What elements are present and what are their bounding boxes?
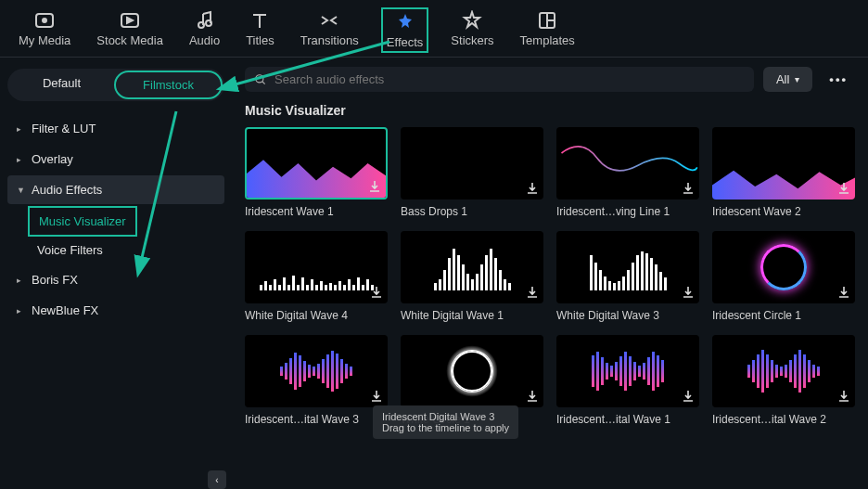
nav-templates[interactable]: Templates <box>517 7 579 53</box>
nav-effects[interactable]: Effects <box>381 7 429 53</box>
effect-name: White Digital Wave 3 <box>556 309 699 322</box>
effect-thumbnail[interactable] <box>712 127 855 199</box>
nav-label: Stickers <box>451 33 493 47</box>
effect-card[interactable]: Iridescent…ital Wave 1 <box>556 335 699 426</box>
search-icon <box>254 73 267 86</box>
effect-name: Iridescent…ving Line 1 <box>556 205 699 218</box>
effect-card[interactable]: Iridescent…ving Line 1 <box>556 127 699 218</box>
download-icon[interactable] <box>681 181 696 196</box>
transitions-icon <box>318 9 340 32</box>
effect-thumbnail[interactable] <box>712 231 855 303</box>
caret-right-icon: ▸ <box>17 276 24 285</box>
svg-line-9 <box>262 81 265 84</box>
category-label: Boris FX <box>32 273 78 287</box>
effect-thumbnail[interactable] <box>712 335 855 407</box>
titles-icon <box>249 9 271 32</box>
nav-label: My Media <box>19 33 70 47</box>
nav-audio[interactable]: Audio <box>185 7 223 53</box>
effect-card[interactable]: White Digital Wave 3 <box>556 231 699 322</box>
sidebar: Default Filmstock ▸Filter & LUT▸Overlay▼… <box>0 58 232 489</box>
svg-point-8 <box>256 74 263 82</box>
effect-thumbnail[interactable] <box>245 335 388 407</box>
effect-name: Iridescent Wave 1 <box>245 205 388 218</box>
effect-name: Iridescent…ital Wave 1 <box>556 413 699 426</box>
nav-my-media[interactable]: My Media <box>15 7 74 53</box>
nav-titles[interactable]: Titles <box>242 7 278 53</box>
download-icon[interactable] <box>681 285 696 300</box>
category-overlay[interactable]: ▸Overlay <box>7 145 224 174</box>
download-icon[interactable] <box>525 285 540 300</box>
subcategory-voice-filters[interactable]: Voice Filters <box>28 237 224 264</box>
tab-default[interactable]: Default <box>9 71 114 99</box>
effect-thumbnail[interactable] <box>245 127 388 199</box>
caret-right-icon: ▸ <box>17 306 24 315</box>
download-icon[interactable] <box>836 389 851 404</box>
category-boris-fx[interactable]: ▸Boris FX <box>7 265 224 294</box>
effect-thumbnail[interactable] <box>245 231 388 303</box>
stickers-icon <box>461 9 483 32</box>
download-icon[interactable] <box>836 285 851 300</box>
effect-thumbnail[interactable] <box>401 231 543 303</box>
effect-thumbnail[interactable] <box>556 127 699 199</box>
category-filter-lut[interactable]: ▸Filter & LUT <box>7 114 224 143</box>
effect-card[interactable]: Iridescent Wave 1 <box>245 127 388 218</box>
content-area: All ▾ ••• Music Visualizer Iridescent Wa… <box>232 58 868 489</box>
source-tabs: Default Filmstock <box>7 69 224 101</box>
effect-card[interactable]: Iridescent Wave 2 <box>712 127 855 218</box>
download-icon[interactable] <box>525 181 540 196</box>
effect-name: White Digital Wave 1 <box>401 309 543 322</box>
category-newblue-fx[interactable]: ▸NewBlue FX <box>7 296 224 325</box>
caret-right-icon: ▸ <box>17 124 24 134</box>
nav-stock-media[interactable]: Stock Media <box>93 7 167 53</box>
effect-card[interactable]: Iridescent Circle 1 <box>712 231 855 322</box>
category-label: NewBlue FX <box>32 303 98 317</box>
caret-right-icon: ▸ <box>17 155 24 164</box>
subcategory-music-visualizer[interactable]: Music Visualizer <box>28 206 137 237</box>
effect-thumbnail[interactable] <box>401 127 543 199</box>
effect-card[interactable]: Bass Drops 1 <box>401 127 543 218</box>
effect-name: White Digital Wave 4 <box>245 309 388 322</box>
nav-label: Stock Media <box>96 33 163 47</box>
download-icon[interactable] <box>369 389 384 404</box>
more-button[interactable]: ••• <box>822 67 855 92</box>
nav-label: Transitions <box>300 33 359 47</box>
tab-filmstock[interactable]: Filmstock <box>114 71 223 99</box>
filter-all-button[interactable]: All ▾ <box>763 67 812 92</box>
effects-icon <box>394 11 416 33</box>
collapse-sidebar-button[interactable]: ‹ <box>208 470 226 489</box>
stock-media-icon <box>119 9 141 32</box>
effects-grid: Iridescent Wave 1Bass Drops 1Iridescent…… <box>245 127 855 426</box>
effect-name: Iridescent…ital Wave 3 <box>245 413 388 426</box>
effect-thumbnail[interactable] <box>401 335 543 407</box>
category-label: Overlay <box>32 152 73 166</box>
download-icon[interactable] <box>525 389 540 404</box>
nav-label: Templates <box>520 33 575 47</box>
search-box[interactable] <box>245 67 754 92</box>
nav-label: Audio <box>189 33 220 47</box>
effect-name: Bass Drops 1 <box>401 205 543 218</box>
effect-thumbnail[interactable] <box>556 335 699 407</box>
download-icon[interactable] <box>681 389 696 404</box>
effect-name: Iridescent Wave 2 <box>712 205 855 218</box>
chevron-down-icon: ▾ <box>795 74 799 84</box>
effect-card[interactable]: White Digital Wave 1 <box>401 231 543 322</box>
search-input[interactable] <box>274 72 745 86</box>
category-audio-effects[interactable]: ▼Audio Effects <box>7 175 224 204</box>
nav-label: Effects <box>387 35 424 49</box>
top-nav: My MediaStock MediaAudioTitlesTransition… <box>0 0 868 58</box>
effect-card[interactable]: Iridescent…ital Wave 2 <box>712 335 855 426</box>
download-icon[interactable] <box>369 285 384 300</box>
nav-transitions[interactable]: Transitions <box>297 7 363 53</box>
audio-icon <box>194 9 216 32</box>
svg-point-3 <box>198 22 204 28</box>
effect-card[interactable]: White Digital Wave 4 <box>245 231 388 322</box>
nav-stickers[interactable]: Stickers <box>447 7 497 53</box>
svg-point-1 <box>43 19 46 22</box>
effect-thumbnail[interactable] <box>556 231 699 303</box>
download-icon[interactable] <box>836 181 851 196</box>
effect-card[interactable]: Iridescent…ital Wave 3 <box>245 335 388 426</box>
download-icon[interactable] <box>367 179 382 194</box>
svg-point-4 <box>206 20 211 26</box>
section-title: Music Visualizer <box>245 103 855 118</box>
tooltip-hint: Drag to the timeline to apply <box>382 422 509 433</box>
